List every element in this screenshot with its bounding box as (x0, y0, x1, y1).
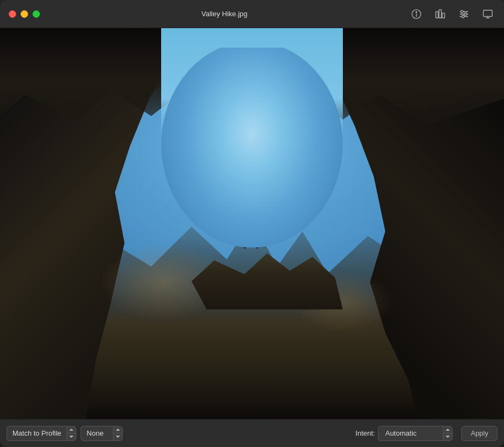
svg-rect-5 (442, 13, 445, 18)
match-profile-group: Match to Profile (6, 426, 76, 441)
match-profile-stepper[interactable] (67, 426, 76, 441)
maximize-button[interactable] (32, 10, 40, 18)
titlebar: Valley Hike.jpg (0, 0, 504, 28)
bottom-bar: Match to Profile None (0, 419, 504, 447)
window-title: Valley Hike.jpg (40, 10, 409, 18)
svg-rect-12 (483, 10, 492, 16)
app-window: Valley Hike.jpg (0, 0, 504, 447)
svg-rect-4 (439, 9, 442, 17)
svg-point-10 (464, 12, 467, 15)
svg-point-2 (416, 11, 417, 12)
apply-button[interactable]: Apply (461, 426, 498, 441)
profile-select-value: None (81, 426, 113, 441)
toolbar-icons (409, 6, 495, 22)
svg-point-11 (462, 15, 465, 18)
adjustments-icon[interactable] (456, 6, 472, 22)
close-button[interactable] (9, 10, 16, 18)
intent-select-wrapper: Automatic (378, 426, 453, 441)
svg-rect-3 (436, 11, 439, 18)
chevron-up-icon (69, 429, 74, 431)
profile-down-icon (116, 436, 120, 438)
intent-label: Intent: (355, 429, 375, 437)
minimize-button[interactable] (21, 10, 28, 18)
intent-up-icon (446, 429, 450, 431)
intent-down-icon (446, 436, 450, 438)
info-icon[interactable] (409, 6, 424, 22)
chevron-down-icon (69, 436, 74, 438)
histogram-icon[interactable] (433, 6, 448, 22)
intent-group: Intent: Automatic (355, 426, 453, 441)
profile-stepper-up[interactable] (114, 426, 122, 434)
profile-up-icon (116, 429, 120, 431)
intent-stepper-up[interactable] (443, 426, 452, 434)
intent-select-value: Automatic (378, 426, 443, 441)
match-profile-down[interactable] (67, 433, 76, 441)
intent-stepper-down[interactable] (443, 433, 452, 441)
profile-stepper-down[interactable] (114, 433, 122, 441)
match-profile-up[interactable] (67, 426, 76, 434)
match-profile-label: Match to Profile (6, 426, 67, 441)
traffic-lights (9, 10, 40, 18)
photo-scene (0, 28, 504, 419)
svg-point-9 (461, 10, 463, 13)
image-area (0, 28, 504, 419)
profile-stepper[interactable] (113, 426, 123, 441)
sky-opening (151, 48, 353, 262)
profile-select-group: None (81, 426, 123, 441)
display-icon[interactable] (480, 6, 495, 22)
intent-stepper[interactable] (443, 426, 453, 441)
